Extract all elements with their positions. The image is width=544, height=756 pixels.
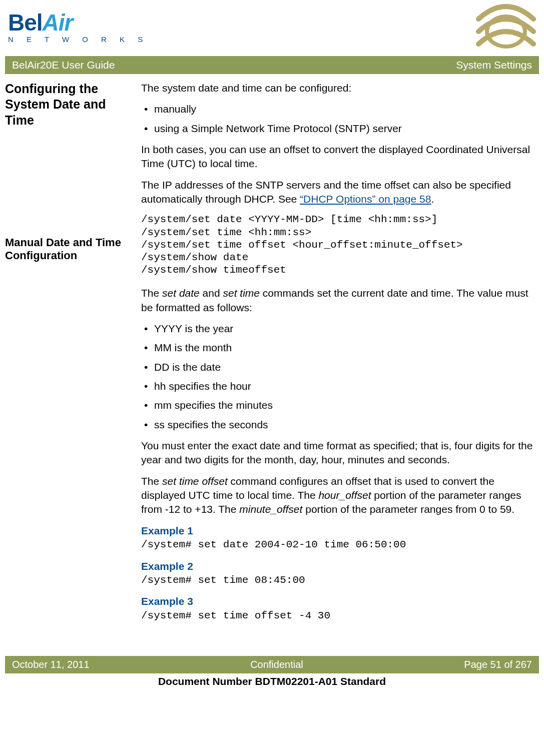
footer-bar: October 11, 2011 Confidential Page 51 of…: [5, 656, 539, 673]
para: The set date and set time commands set t…: [141, 286, 534, 315]
list: YYYY is the year MM is the month DD is t…: [141, 322, 534, 432]
list: manually using a Simple Network Time Pro…: [141, 102, 534, 136]
page-header: BelAir N E T W O R K S: [5, 4, 539, 56]
footer-page: Page 51 of 267: [464, 659, 532, 670]
list-item: mm specifies the minutes: [154, 398, 534, 412]
list-item: YYYY is the year: [154, 322, 534, 336]
footer-confidential: Confidential: [250, 659, 303, 670]
para: In both cases, you can use an offset to …: [141, 143, 534, 171]
example-label: Example 2: [141, 559, 534, 573]
example-label: Example 3: [141, 594, 534, 608]
logo-subtitle: N E T W O R K S: [8, 35, 148, 44]
term: hour_offset: [318, 489, 371, 501]
content: Configuring the System Date and Time Man…: [5, 74, 539, 626]
example-code: /system# set date 2004-02-10 time 06:50:…: [141, 538, 534, 552]
list-item: using a Simple Network Time Protocol (SN…: [154, 122, 534, 136]
logo-prefix: Bel: [8, 10, 43, 36]
list-item: hh specifies the hour: [154, 379, 534, 393]
side-headings: Configuring the System Date and Time Man…: [5, 81, 130, 626]
doc-number: Document Number BDTM02201-A01 Standard: [5, 673, 539, 687]
cross-ref-link[interactable]: “DHCP Options” on page 58: [300, 193, 431, 205]
text: The: [141, 475, 162, 487]
text: .: [431, 193, 434, 205]
term: minute_offset: [239, 503, 302, 515]
code-block: /system/set date <YYYY-MM-DD> [time <hh:…: [141, 213, 534, 276]
list-item: manually: [154, 102, 534, 116]
guide-title: BelAir20E User Guide: [12, 59, 115, 71]
para: You must enter the exact date and time f…: [141, 439, 534, 467]
page: BelAir N E T W O R K S BelAir20E User Gu…: [0, 0, 544, 687]
term: set time: [223, 287, 260, 299]
main-body: The system date and time can be configur…: [141, 81, 534, 626]
example-code: /system# set time 08:45:00: [141, 573, 534, 587]
logo-swoosh-icon: [476, 4, 536, 54]
title-bar: BelAir20E User Guide System Settings: [5, 56, 539, 74]
list-item: ss specifies the seconds: [154, 418, 534, 432]
example-code: /system# set time offset -4 30: [141, 609, 534, 623]
term: set date: [162, 287, 200, 299]
para: The set time offset command configures a…: [141, 474, 534, 517]
list-item: MM is the month: [154, 341, 534, 355]
para: The IP addresses of the SNTP servers and…: [141, 178, 534, 207]
heading-main: Configuring the System Date and Time: [5, 81, 130, 128]
list-item: DD is the date: [154, 360, 534, 374]
text: The: [141, 287, 162, 299]
logo-suffix: Air: [43, 10, 73, 36]
section-title: System Settings: [456, 59, 532, 71]
example-label: Example 1: [141, 524, 534, 538]
logo-belair: BelAir N E T W O R K S: [8, 4, 148, 44]
heading-sub: Manual Date and Time Configuration: [5, 236, 130, 263]
footer-date: October 11, 2011: [12, 659, 90, 670]
term: set time offset: [162, 475, 228, 487]
logo-text: BelAir: [8, 9, 148, 36]
para: The system date and time can be configur…: [141, 81, 534, 95]
text: portion of the parameter ranges from 0 t…: [302, 503, 514, 515]
text: and: [200, 287, 223, 299]
